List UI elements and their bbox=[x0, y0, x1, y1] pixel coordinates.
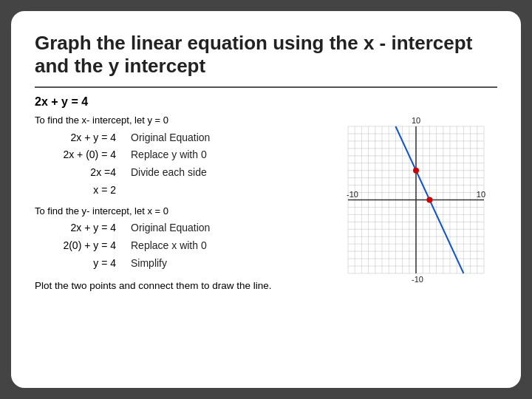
y-lhs-1: 2x + y = 4 bbox=[35, 220, 131, 236]
x-intercept-label: To find the x- intercept, let y = 0 bbox=[35, 113, 327, 128]
y-intercept-label: To find the y- intercept, let x = 0 bbox=[35, 204, 327, 219]
x-row-3: 2x =4 Divide each side bbox=[35, 165, 327, 181]
x-rhs-3: Divide each side bbox=[131, 165, 207, 181]
main-card: Graph the linear equation using the x - … bbox=[11, 11, 521, 388]
page-title: Graph the linear equation using the x - … bbox=[35, 32, 497, 78]
plot-label: Plot the two points and connect them to … bbox=[35, 279, 327, 294]
y-rhs-3: Simplify bbox=[131, 256, 167, 272]
y-lhs-2: 2(0) + y = 4 bbox=[35, 238, 131, 254]
y-row-1: 2x + y = 4 Original Equation bbox=[35, 220, 327, 236]
x-rhs-2: Replace y with 0 bbox=[131, 147, 207, 163]
y-lhs-3: y = 4 bbox=[35, 256, 131, 272]
x-row-1: 2x + y = 4 Original Equation bbox=[35, 130, 327, 146]
x-lhs-3: 2x =4 bbox=[35, 165, 131, 181]
x-row-2: 2x + (0) = 4 Replace y with 0 bbox=[35, 147, 327, 163]
x-lhs-1: 2x + y = 4 bbox=[35, 130, 131, 146]
main-equation: 2x + y = 4 bbox=[35, 95, 497, 109]
y-row-3: y = 4 Simplify bbox=[35, 256, 327, 272]
graph-canvas bbox=[335, 113, 497, 287]
graph-area bbox=[335, 113, 497, 283]
math-section: To find the x- intercept, let y = 0 2x +… bbox=[35, 113, 327, 294]
y-row-2: 2(0) + y = 4 Replace x with 0 bbox=[35, 238, 327, 254]
y-rhs-1: Original Equation bbox=[131, 220, 210, 236]
x-rhs-1: Original Equation bbox=[131, 130, 210, 146]
x-lhs-2: 2x + (0) = 4 bbox=[35, 147, 131, 163]
divider bbox=[35, 86, 497, 88]
x-row-4: x = 2 bbox=[35, 183, 327, 199]
x-lhs-4: x = 2 bbox=[35, 183, 131, 199]
content-area: To find the x- intercept, let y = 0 2x +… bbox=[35, 113, 497, 294]
y-rhs-2: Replace x with 0 bbox=[131, 238, 207, 254]
